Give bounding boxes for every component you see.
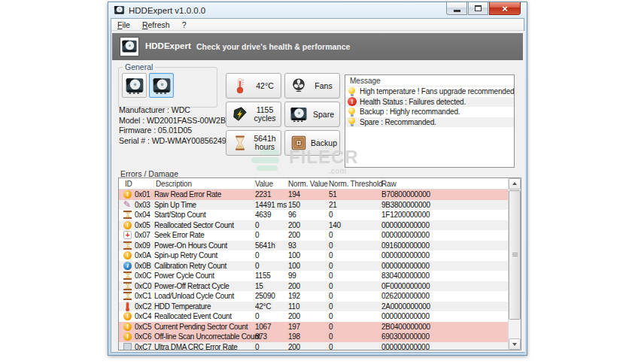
aid-icon: [123, 231, 132, 239]
cell: Load/Unload Cycle Count: [154, 292, 255, 300]
table-row[interactable]: 0x0BCalibration Retry Count0100000000000…: [119, 261, 508, 271]
cell: B70800000000: [381, 190, 508, 199]
table-row[interactable]: 0xC5Current Pending Sector Count10671970…: [119, 322, 508, 332]
cell: 51: [329, 190, 381, 199]
vertical-scrollbar[interactable]: [508, 178, 521, 350]
cell: 0: [329, 323, 381, 331]
cell: 873: [255, 332, 288, 341]
message-text: Health Status : Failures detected.: [360, 98, 466, 106]
cell: 198: [288, 332, 329, 341]
cell: 0: [329, 292, 381, 300]
cell: 0xC2: [135, 302, 154, 311]
scrollbar-thumb[interactable]: [509, 190, 521, 320]
close-button[interactable]: ×: [489, 2, 521, 15]
table-row[interactable]: 0xC7Ultra DMA CRC Error Rate020000000000…: [119, 342, 508, 350]
cell: 100: [288, 251, 329, 259]
warning-icon: [123, 332, 132, 341]
titlebar[interactable]: HDDExpert v1.0.0.0 ×: [108, 2, 527, 18]
cell: Ultra DMA CRC Error Rate: [154, 343, 255, 350]
cell: 200: [288, 312, 329, 320]
table-row[interactable]: 0x09Power-On Hours Count5641h93009160000…: [119, 241, 508, 251]
table-row[interactable]: 0xC4Reallocated Event Count0200000000000…: [119, 311, 508, 322]
cell: 4639: [255, 211, 288, 219]
drive-select-1[interactable]: [122, 73, 147, 98]
cell: 93: [288, 241, 329, 250]
column-header-id[interactable]: ID: [119, 178, 154, 190]
drive-select-2[interactable]: [149, 73, 174, 98]
bulb-icon: [348, 108, 357, 117]
cell: 0xC1: [135, 292, 154, 300]
hours-button[interactable]: 5641hhours: [226, 130, 281, 156]
cell: 14491 ms: [255, 201, 288, 209]
cell: 0F0000000000: [381, 282, 508, 290]
cell: 110: [288, 302, 329, 311]
table-row[interactable]: 0x07Seek Error Rate02000000000000000: [119, 230, 508, 241]
cell: 0x07: [135, 231, 154, 239]
message-item[interactable]: High temperature ! Fans upgrade recommen…: [345, 86, 514, 97]
fans-button[interactable]: Fans: [284, 73, 340, 99]
minimize-button[interactable]: [446, 2, 467, 15]
maximize-icon: [475, 5, 482, 11]
table-row[interactable]: 0xC6Off-line Scan Uncorrectable Count873…: [119, 332, 508, 342]
cell: Reallocated Sector Count: [154, 221, 255, 229]
warning-icon: [123, 221, 132, 229]
cell: 0: [255, 221, 288, 229]
cell: Current Pending Sector Count: [154, 323, 255, 331]
table-row[interactable]: 0x01Raw Read Error Rate223119451B7080000…: [119, 190, 508, 200]
cell: 1067: [255, 323, 288, 331]
menu-file[interactable]: File: [111, 19, 136, 31]
scroll-up-button[interactable]: [509, 178, 521, 190]
backup-button[interactable]: Backup: [284, 130, 340, 156]
hours-label: 5641hhours: [252, 135, 281, 151]
scroll-down-button[interactable]: [509, 338, 521, 350]
hourglass-icon: [123, 271, 132, 280]
table-row[interactable]: 0xC1Load/Unload Cycle Count2509019200262…: [119, 291, 508, 302]
cell: 0: [329, 211, 381, 219]
cell: 0xC7: [135, 343, 154, 350]
message-item[interactable]: Health Status : Failures detected.: [345, 97, 514, 108]
cycles-button[interactable]: 1155cycles: [226, 102, 281, 127]
menu-refresh[interactable]: Refresh: [136, 19, 176, 31]
table-row[interactable]: 0x0ASpin-up Retry Count01000000000000000: [119, 250, 508, 261]
menu-help[interactable]: ?: [176, 19, 193, 31]
hdd-icon: [125, 76, 144, 96]
column-header-norm-value[interactable]: Norm. Value: [288, 178, 329, 190]
pen-icon: [123, 201, 132, 209]
hdd-icon: [152, 76, 172, 96]
column-header-value[interactable]: Value: [255, 178, 288, 190]
cell: 1155: [255, 271, 288, 280]
minimize-icon: [454, 10, 460, 12]
maximize-button[interactable]: [468, 2, 488, 15]
cell: 194: [288, 190, 329, 199]
cell: 0x09: [135, 241, 154, 250]
cell: 0xC4: [135, 312, 154, 320]
table-row[interactable]: 0x04Start/Stop Count46399601F1200000000: [119, 210, 508, 220]
manufacturer-line: Manufacturer : WDC: [119, 105, 230, 116]
serial-line: Serial # : WD-WMAY00856249: [119, 136, 230, 147]
table-row[interactable]: 0x03Spin Up Time14491 ms150219B380000000…: [119, 200, 508, 211]
column-header-description[interactable]: Description: [154, 178, 255, 190]
cycles-icon: [231, 105, 249, 123]
cell: 2231: [255, 190, 288, 199]
banner-tagline: Check your drive's health & performance: [196, 42, 350, 51]
cell: 0x04: [135, 211, 154, 219]
cell: 150: [288, 201, 329, 209]
column-header-norm-threshold[interactable]: Norm. Threshold: [329, 178, 381, 190]
temperature-button[interactable]: 42°C: [226, 73, 281, 99]
table-row[interactable]: 0x05Reallocated Sector Count020014000000…: [119, 220, 508, 231]
spare-button[interactable]: Spare: [284, 102, 340, 127]
message-item[interactable]: Spare : Recommanded.: [345, 117, 514, 128]
message-item[interactable]: Backup : Highly recommanded.: [345, 107, 514, 117]
cell: Seek Error Rate: [154, 231, 255, 239]
hdd-icon: [121, 38, 138, 55]
hdd-logo: [120, 37, 139, 56]
cell: Start/Stop Count: [154, 211, 255, 219]
table-row[interactable]: 0x0CPower Cycle Count1155990830400000000: [119, 271, 508, 281]
table-row[interactable]: 0xC2HDD Temperature42°C11002A0000000000: [119, 302, 508, 312]
cell: 200: [288, 343, 329, 350]
column-header-raw[interactable]: Raw: [381, 178, 521, 190]
table-row[interactable]: 0xC0Power-Off Retract Cycle1520000F00000…: [119, 281, 508, 292]
drive-info: Manufacturer : WDC Model : WD2001FASS-00…: [119, 105, 230, 146]
cell: 000000000000: [381, 343, 508, 350]
cell: 0: [329, 241, 381, 250]
